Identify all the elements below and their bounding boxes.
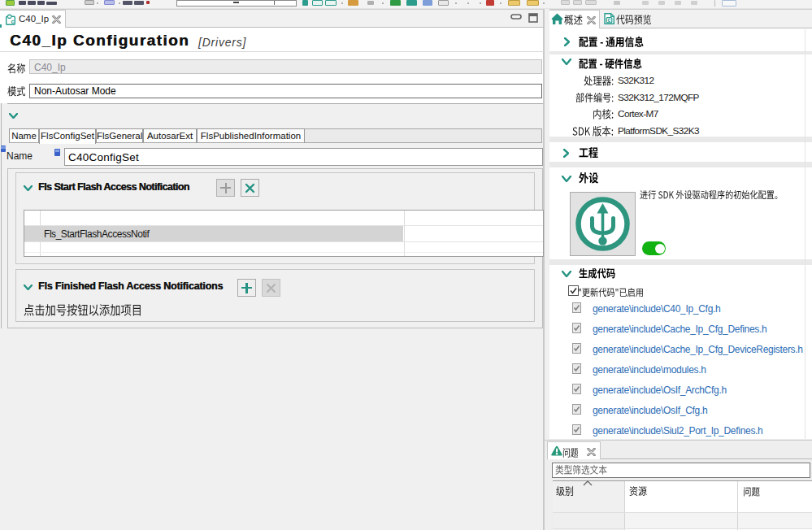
svg-text:c: c — [11, 18, 15, 25]
svg-text:c: c — [608, 17, 611, 23]
